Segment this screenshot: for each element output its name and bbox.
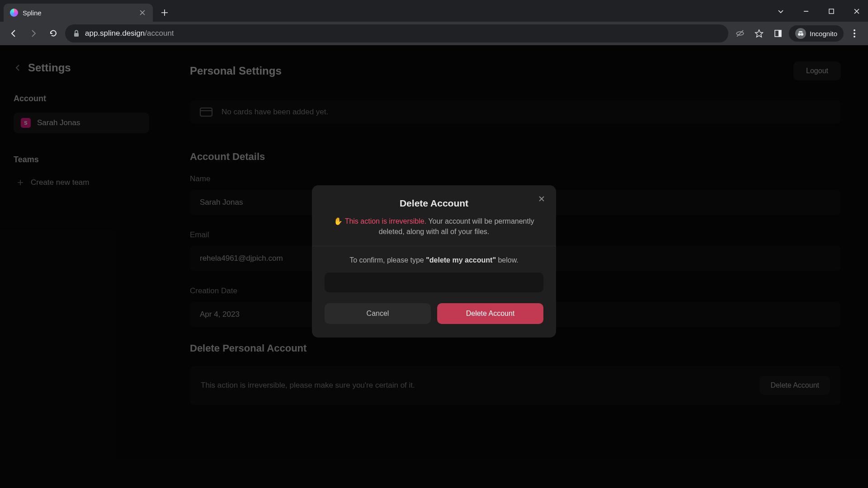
- url-text: app.spline.design/account: [85, 29, 174, 38]
- svg-point-8: [854, 33, 855, 34]
- svg-rect-0: [829, 9, 834, 14]
- star-icon[interactable]: [751, 25, 767, 42]
- window-controls: [773, 4, 864, 19]
- modal-warning-red: This action is irreversible.: [345, 217, 427, 225]
- app-content: Settings Account S Sarah Jonas Teams Cre…: [0, 45, 868, 488]
- chevron-down-icon[interactable]: [773, 4, 788, 19]
- confirm-input[interactable]: [325, 272, 543, 292]
- browser-chrome: Spline: [0, 0, 868, 45]
- favicon-icon: [10, 9, 18, 17]
- minimize-icon[interactable]: [798, 4, 814, 19]
- maximize-icon[interactable]: [824, 4, 839, 19]
- tab-strip: Spline: [0, 0, 868, 22]
- lock-icon: [73, 30, 80, 37]
- modal-title: Delete Account: [325, 198, 543, 209]
- svg-rect-1: [74, 33, 79, 37]
- svg-point-6: [801, 33, 803, 36]
- cancel-button[interactable]: Cancel: [325, 303, 431, 324]
- reload-button[interactable]: [45, 25, 61, 42]
- divider: [312, 246, 556, 246]
- close-tab-icon[interactable]: [138, 9, 146, 17]
- incognito-icon: [795, 28, 806, 39]
- modal-buttons: Cancel Delete Account: [325, 303, 543, 324]
- svg-line-2: [737, 30, 743, 37]
- modal-confirm-instructions: To confirm, please type "delete my accou…: [325, 256, 543, 264]
- toolbar-right: Incognito: [732, 25, 863, 42]
- browser-tab[interactable]: Spline: [4, 4, 153, 22]
- forward-button[interactable]: [25, 25, 42, 42]
- hand-icon: ✋: [334, 217, 343, 225]
- extensions-icon[interactable]: [770, 25, 786, 42]
- eye-off-icon[interactable]: [732, 25, 748, 42]
- close-modal-icon[interactable]: [535, 192, 548, 205]
- svg-point-9: [854, 36, 855, 38]
- back-button[interactable]: [5, 25, 22, 42]
- browser-toolbar: app.spline.design/account Incognito: [0, 22, 868, 45]
- new-tab-button[interactable]: [157, 5, 172, 20]
- svg-point-5: [798, 33, 801, 36]
- delete-account-modal: Delete Account ✋ This action is irrevers…: [312, 185, 556, 338]
- svg-point-7: [854, 29, 855, 31]
- incognito-badge[interactable]: Incognito: [789, 25, 844, 42]
- incognito-label: Incognito: [810, 30, 837, 38]
- svg-rect-4: [778, 30, 781, 37]
- menu-icon[interactable]: [846, 25, 863, 42]
- confirm-delete-button[interactable]: Delete Account: [437, 303, 543, 324]
- close-window-icon[interactable]: [849, 4, 864, 19]
- modal-warning: ✋ This action is irreversible. Your acco…: [325, 216, 543, 237]
- address-bar[interactable]: app.spline.design/account: [65, 24, 728, 42]
- tab-title: Spline: [23, 9, 134, 17]
